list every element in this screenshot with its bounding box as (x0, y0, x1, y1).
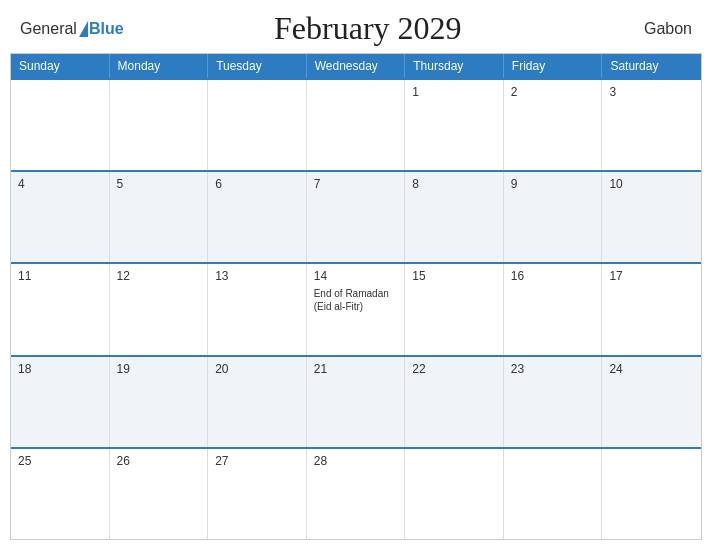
day-cell (602, 449, 701, 539)
day-cell (11, 80, 110, 170)
day-cell-27: 27 (208, 449, 307, 539)
day-number: 8 (412, 177, 496, 191)
day-cell-11: 11 (11, 264, 110, 354)
day-number: 13 (215, 269, 299, 283)
day-cell-17: 17 (602, 264, 701, 354)
day-number: 28 (314, 454, 398, 468)
day-number: 24 (609, 362, 694, 376)
day-cell-7: 7 (307, 172, 406, 262)
header: General Blue February 2029 Gabon (0, 0, 712, 53)
day-cell-21: 21 (307, 357, 406, 447)
day-cell-8: 8 (405, 172, 504, 262)
country-label: Gabon (612, 20, 692, 38)
header-tuesday: Tuesday (208, 54, 307, 78)
day-number: 2 (511, 85, 595, 99)
week-row-1: 1 2 3 (11, 78, 701, 170)
week-row-4: 18 19 20 21 22 23 24 (11, 355, 701, 447)
day-cell-1: 1 (405, 80, 504, 170)
day-number: 1 (412, 85, 496, 99)
day-cell-5: 5 (110, 172, 209, 262)
logo-triangle-icon (79, 21, 88, 37)
day-cell-4: 4 (11, 172, 110, 262)
day-cell-20: 20 (208, 357, 307, 447)
header-wednesday: Wednesday (307, 54, 406, 78)
day-cell-23: 23 (504, 357, 603, 447)
day-cell-9: 9 (504, 172, 603, 262)
day-number: 5 (117, 177, 201, 191)
logo-blue-text: Blue (89, 21, 124, 37)
day-cell-24: 24 (602, 357, 701, 447)
day-cell-25: 25 (11, 449, 110, 539)
day-number: 22 (412, 362, 496, 376)
day-cell-2: 2 (504, 80, 603, 170)
day-number: 7 (314, 177, 398, 191)
day-cell-6: 6 (208, 172, 307, 262)
weeks-container: 1 2 3 4 5 6 (11, 78, 701, 539)
day-number: 20 (215, 362, 299, 376)
day-cell-10: 10 (602, 172, 701, 262)
day-cell-14: 14 End of Ramadan (Eid al-Fitr) (307, 264, 406, 354)
calendar: Sunday Monday Tuesday Wednesday Thursday… (10, 53, 702, 540)
day-number: 21 (314, 362, 398, 376)
day-number: 18 (18, 362, 102, 376)
header-friday: Friday (504, 54, 603, 78)
day-number: 3 (609, 85, 694, 99)
day-event-eid: End of Ramadan (Eid al-Fitr) (314, 287, 398, 313)
day-cell-18: 18 (11, 357, 110, 447)
day-number: 27 (215, 454, 299, 468)
day-number: 9 (511, 177, 595, 191)
day-cell (504, 449, 603, 539)
week-row-2: 4 5 6 7 8 9 10 (11, 170, 701, 262)
day-number: 23 (511, 362, 595, 376)
day-cell-16: 16 (504, 264, 603, 354)
day-cell (110, 80, 209, 170)
day-cell (307, 80, 406, 170)
header-sunday: Sunday (11, 54, 110, 78)
day-cell (208, 80, 307, 170)
day-number: 26 (117, 454, 201, 468)
day-cell-15: 15 (405, 264, 504, 354)
day-cell-13: 13 (208, 264, 307, 354)
day-number: 6 (215, 177, 299, 191)
day-cell-26: 26 (110, 449, 209, 539)
logo: General Blue (20, 21, 124, 37)
header-saturday: Saturday (602, 54, 701, 78)
day-cell-12: 12 (110, 264, 209, 354)
day-number: 17 (609, 269, 694, 283)
day-number: 19 (117, 362, 201, 376)
day-number: 11 (18, 269, 102, 283)
day-number: 14 (314, 269, 398, 283)
day-headers-row: Sunday Monday Tuesday Wednesday Thursday… (11, 54, 701, 78)
day-number: 12 (117, 269, 201, 283)
day-cell-3: 3 (602, 80, 701, 170)
calendar-title: February 2029 (124, 10, 612, 47)
day-number: 10 (609, 177, 694, 191)
day-number: 16 (511, 269, 595, 283)
day-cell (405, 449, 504, 539)
week-row-5: 25 26 27 28 (11, 447, 701, 539)
logo-general-text: General (20, 21, 77, 37)
day-cell-22: 22 (405, 357, 504, 447)
day-number: 15 (412, 269, 496, 283)
day-cell-19: 19 (110, 357, 209, 447)
day-number: 4 (18, 177, 102, 191)
page: General Blue February 2029 Gabon Sunday … (0, 0, 712, 550)
header-monday: Monday (110, 54, 209, 78)
header-thursday: Thursday (405, 54, 504, 78)
week-row-3: 11 12 13 14 End of Ramadan (Eid al-Fitr)… (11, 262, 701, 354)
day-cell-28: 28 (307, 449, 406, 539)
day-number: 25 (18, 454, 102, 468)
